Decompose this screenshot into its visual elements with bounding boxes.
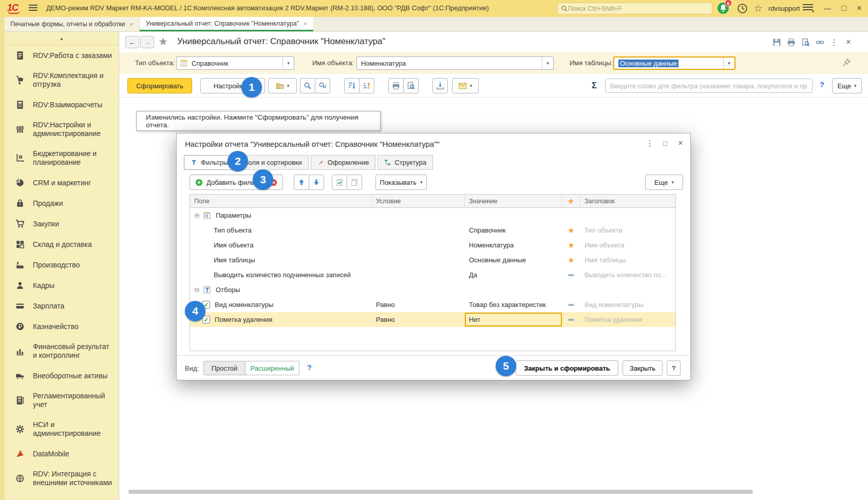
sidebar-item-treasury[interactable]: Казначейство [5,316,119,337]
table-row-group-parameters[interactable]: ⊖ Параметры [190,208,675,223]
close-window-button[interactable]: × [853,2,866,15]
tab-universal-report[interactable]: Универсальный отчет: Справочник "Номенкл… [140,17,313,31]
favorites-button[interactable]: ☆ [752,2,764,14]
table-row-show-subordinate-count[interactable]: Выводить количество подчиненных записей … [190,267,675,282]
save-file-button[interactable] [432,78,448,93]
dash-flag-icon[interactable] [568,274,574,276]
sidebar-item-budgeting[interactable]: ₽ Бюджетирование и планирование [5,144,119,172]
sort-desc-button[interactable] [344,78,360,93]
sidebar-item-nsi-admin[interactable]: НСИ и администрирование [5,415,119,444]
maximize-button[interactable]: □ [837,2,851,15]
back-button[interactable]: ← [125,36,139,48]
dialog-maximize-button[interactable]: □ [658,138,672,149]
generate-button[interactable]: Сформировать [127,78,192,93]
sort-asc-button[interactable] [359,78,374,93]
collapse-group-icon[interactable]: ⊖ [194,211,200,219]
column-condition[interactable]: Условие [372,195,465,207]
sidebar-item-fixed-assets[interactable]: Внеоборотные активы [5,366,119,386]
sidebar-item-rdv-integration[interactable]: RDV: Интеграция с внешними источниками [5,464,119,493]
pin-button[interactable] [841,57,852,70]
sidebar-item-sales[interactable]: Продажи [5,193,119,214]
sidebar-item-production[interactable]: Производство [5,255,119,275]
minimize-button[interactable]: — [821,2,834,15]
view-simple-button[interactable]: Простой [203,361,246,375]
collapse-group-icon[interactable]: ⊖ [194,286,200,294]
sidebar-item-crm[interactable]: CRM и маркетинг [5,172,119,193]
main-menu-icon[interactable] [29,5,37,12]
star-flag-icon[interactable]: ★ [568,226,574,235]
quick-filter-input[interactable] [605,79,813,93]
global-search-input[interactable] [568,5,702,12]
more-menu-button[interactable]: ⋮ [828,36,840,48]
object-type-select[interactable]: Справочник ▾ [176,56,294,70]
sidebar-item-rdv-shipping[interactable]: RDV:Комплектация и отгрузка [5,66,119,94]
collapse-panel-button[interactable]: ▲ [5,32,119,45]
move-up-button[interactable] [294,175,309,190]
tools-menu-icon[interactable]: ▾ [803,4,813,12]
tab-structure[interactable]: Структура [378,155,433,170]
sidebar-item-payroll[interactable]: Зарплата [5,296,119,316]
get-link-button[interactable] [814,36,826,48]
dialog-close-icon[interactable]: × [674,138,687,149]
sidebar-item-rdv-admin[interactable]: RDV:Настройки и администрирование [5,115,119,144]
table-name-select[interactable]: Основные данные ▾ [613,56,735,70]
dash-flag-icon[interactable] [568,319,574,321]
sidebar-item-finance-result[interactable]: Финансовый результат и контроллинг [5,337,119,366]
show-dropdown-button[interactable]: Показывать ▾ [375,175,427,190]
chevron-down-icon[interactable]: ▾ [723,57,734,69]
user-menu[interactable]: rdvsupport [768,5,800,12]
sidebar-item-purchases[interactable]: Закупки [5,214,119,234]
sidebar-item-datamobile[interactable]: DataMobile [5,444,119,464]
favorite-star-icon[interactable]: ★ [158,35,168,48]
save-button[interactable] [770,36,783,48]
global-search[interactable] [557,3,712,14]
value-edit-cell[interactable]: Нет [465,313,562,326]
table-row-object-name[interactable]: Имя объекта Номенклатура ★ Имя объекта [190,238,675,253]
view-advanced-button[interactable]: Расширенный [245,361,299,375]
history-button[interactable] [736,2,748,14]
tab-filters[interactable]: Фильтры [184,155,235,170]
table-row-table-name[interactable]: Имя таблицы Основные данные ★ Имя таблиц… [190,253,675,267]
print-button[interactable] [388,78,404,93]
table-row-group-selections[interactable]: ⊖ Отборы [190,282,675,297]
more-button[interactable]: Еще ▾ [832,78,862,93]
print-button[interactable] [785,36,797,48]
forward-button[interactable]: → [140,36,154,48]
find-button[interactable] [300,78,315,93]
sidebar-item-regulated-accounting[interactable]: Регламентированный учет [5,386,119,415]
close-form-button[interactable]: × [842,36,855,48]
close-dialog-button[interactable]: Закрыть [622,360,663,376]
chevron-down-icon[interactable]: ▾ [282,57,294,69]
send-email-button[interactable]: ▾ [452,78,479,93]
column-header[interactable]: Заголовок [580,195,675,207]
sigma-icon[interactable]: Σ [592,81,597,91]
star-flag-icon[interactable]: ★ [568,241,574,250]
sidebar-item-rdv-orders[interactable]: RDV:Работа с заказами [5,45,119,66]
sidebar-item-warehouse[interactable]: Склад и доставка [5,234,119,255]
dialog-help-button[interactable]: ? [667,360,681,376]
dialog-more-actions-button[interactable]: Еще ▾ [645,175,683,190]
table-row-deletion-mark[interactable]: ✓ Пометка удаления Равно Пометка удалени… [190,312,675,327]
report-variants-button[interactable]: ▾ [268,78,297,93]
close-tab-icon[interactable]: × [130,21,133,27]
find-next-button[interactable] [315,78,330,93]
footer-help-link[interactable]: ? [307,363,312,372]
table-row-nomenclature-kind[interactable]: ✓ Вид номенклатуры Равно Товар без харак… [190,297,675,312]
close-tab-icon[interactable]: × [304,21,307,27]
uncheck-all-button[interactable] [347,175,362,190]
dialog-more-button[interactable]: ⋮ [643,138,656,149]
table-row-object-type[interactable]: Тип объекта Справочник ★ Тип объекта [190,223,675,238]
sidebar-item-rdv-settlements[interactable]: RDV:Взаиморасчеты [5,94,119,115]
print-preview-button[interactable] [403,78,419,93]
help-link[interactable]: ? [820,81,824,89]
tab-print-forms[interactable]: Печатные формы, отчеты и обработки × [4,17,140,31]
dash-flag-icon[interactable] [568,304,574,306]
check-all-button[interactable] [332,175,347,190]
star-flag-icon[interactable]: ★ [568,256,574,265]
print-preview-button[interactable] [799,36,812,48]
horizontal-scrollbar[interactable] [128,490,753,494]
close-and-generate-button[interactable]: Закрыть и сформировать [516,360,618,376]
sidebar-item-hr[interactable]: Кадры [5,275,119,296]
notifications-button[interactable]: 6 [717,2,729,14]
move-down-button[interactable] [309,175,324,190]
